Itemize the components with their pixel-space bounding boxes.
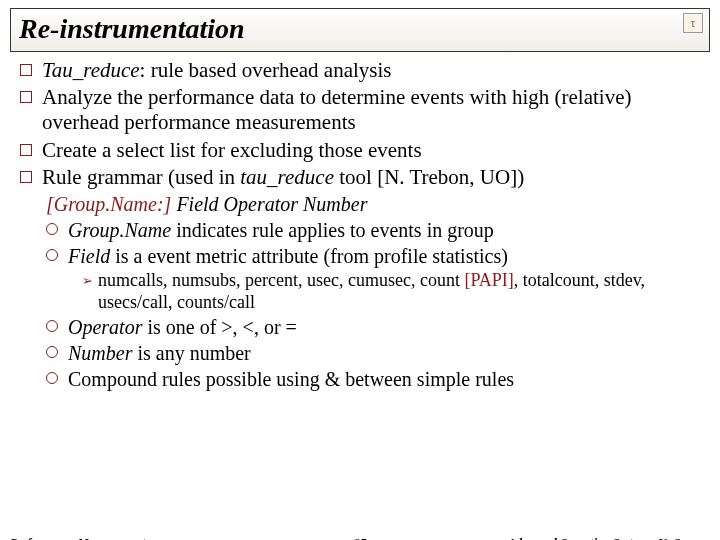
- square-bullet-icon: [20, 144, 32, 156]
- sub-2-term: Field: [68, 245, 110, 267]
- sub-3: Operator is one of >, <, or =: [46, 315, 704, 339]
- bullet-4: Rule grammar (used in tau_reduce tool [N…: [16, 165, 704, 190]
- arrow-bullet-icon: ➢: [82, 273, 93, 289]
- circle-bullet-icon: [46, 249, 58, 261]
- square-bullet-icon: [20, 64, 32, 76]
- circle-bullet-icon: [46, 372, 58, 384]
- metric-a: numcalls, numsubs, percent, usec, cumuse…: [98, 270, 464, 290]
- sub-1-term: Group.Name: [68, 219, 171, 241]
- metric-papi: [PAPI]: [464, 270, 513, 290]
- sub-5-text: Compound rules possible using & between …: [68, 368, 514, 390]
- sub-5: Compound rules possible using & between …: [46, 367, 704, 391]
- sub-1: Group.Name indicates rule applies to eve…: [46, 218, 704, 242]
- bullet-2: Analyze the performance data to determin…: [16, 85, 704, 135]
- bullet-1-term: Tau_reduce: [42, 58, 140, 82]
- sub-2-text: is a event metric attribute (from profil…: [110, 245, 508, 267]
- slide-content: Tau_reduce: rule based overhead analysis…: [0, 58, 720, 391]
- bullet-4-term: tau_reduce: [240, 165, 334, 189]
- sub-4-text: is any number: [132, 342, 250, 364]
- tau-icon: τ: [683, 13, 703, 33]
- bullet-1-text: : rule based overhead analysis: [140, 58, 392, 82]
- bullet-1: Tau_reduce: rule based overhead analysis: [16, 58, 704, 83]
- metric-line: ➢ numcalls, numsubs, percent, usec, cumu…: [82, 270, 704, 313]
- bullet-4-post: tool [N. Trebon, UO]): [334, 165, 524, 189]
- circle-bullet-icon: [46, 320, 58, 332]
- grammar-rest: Field Operator Number: [176, 193, 367, 215]
- circle-bullet-icon: [46, 223, 58, 235]
- bullet-3: Create a select list for excluding those…: [16, 138, 704, 163]
- sub-1-text: indicates rule applies to events in grou…: [171, 219, 494, 241]
- square-bullet-icon: [20, 171, 32, 183]
- sub-3-term: Operator: [68, 316, 142, 338]
- bullet-4-pre: Rule grammar (used in: [42, 165, 240, 189]
- footer-right: Advanced Operating Systems, U. Oregon: [508, 536, 710, 540]
- bullet-3-text: Create a select list for excluding those…: [42, 138, 422, 162]
- title-bar: Re-instrumentation τ: [10, 8, 710, 52]
- rule-grammar-line: [Group.Name:] Field Operator Number: [16, 192, 704, 216]
- sub-3-text: is one of >, <, or =: [142, 316, 296, 338]
- bullet-2-text: Analyze the performance data to determin…: [42, 85, 632, 134]
- sub-4: Number is any number: [46, 341, 704, 365]
- slide-title: Re-instrumentation: [19, 13, 245, 44]
- grammar-group: [Group.Name:]: [46, 193, 176, 215]
- square-bullet-icon: [20, 91, 32, 103]
- sub-2: Field is a event metric attribute (from …: [46, 244, 704, 268]
- circle-bullet-icon: [46, 346, 58, 358]
- sub-4-term: Number: [68, 342, 132, 364]
